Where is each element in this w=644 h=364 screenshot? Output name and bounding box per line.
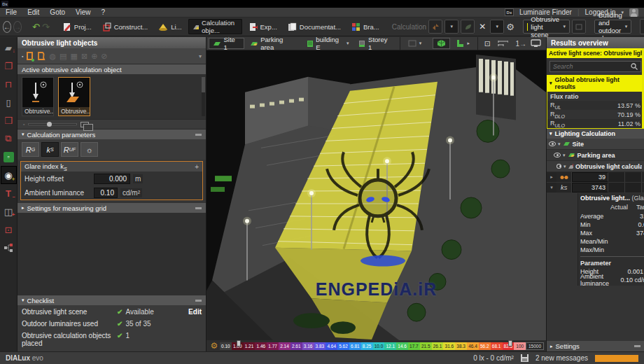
expand-caret-icon[interactable]: ▾: [558, 141, 561, 147]
surface-tool-button[interactable]: [640, 19, 644, 34]
mode-construction-button[interactable]: Construct...: [98, 19, 153, 34]
ks-button[interactable]: kS: [41, 142, 59, 157]
pin-icon[interactable]: [195, 207, 202, 209]
measuring-grid-header[interactable]: ▸ Settings for measuring grid: [18, 203, 206, 213]
cutout-icon[interactable]: ⧉: [1, 130, 17, 148]
calc-params-header[interactable]: ▾ Calculation parameters: [18, 130, 206, 139]
documentation-icon: [288, 22, 297, 31]
checklist-header[interactable]: ▾ Checklist: [18, 295, 206, 305]
thumb-scrollbar[interactable]: [202, 77, 205, 116]
scale-handle-min[interactable]: [237, 340, 241, 346]
text-annotation-icon[interactable]: T~: [1, 184, 17, 202]
tree-node-site[interactable]: ▾ Site: [547, 139, 644, 150]
size-slider-thumb[interactable]: [47, 122, 52, 127]
calculation-dropdown[interactable]: ▾: [444, 20, 458, 34]
undo-icon[interactable]: ↶: [32, 22, 40, 31]
flux-ratio-label: Flux ratio: [547, 92, 643, 101]
light-scene-select[interactable]: Obtrusive light scene ▾: [523, 20, 570, 34]
hierarchy-icon[interactable]: [1, 239, 17, 257]
height-offset-input[interactable]: 0.000: [94, 174, 130, 184]
settings-bar[interactable]: ▸ Settings: [547, 341, 644, 351]
extrusion-volume-icon[interactable]: ❒: [1, 111, 17, 130]
ambient-luminance-input[interactable]: 0.10: [94, 188, 118, 198]
mode-branding-button[interactable]: Bra...: [347, 19, 384, 34]
visibility-eye-icon[interactable]: [549, 141, 556, 146]
messages-link[interactable]: 2 new messages: [536, 354, 588, 362]
menu-edit[interactable]: Edit: [27, 8, 39, 16]
mode-project-button[interactable]: Proj...: [58, 19, 96, 34]
tree-node-parking[interactable]: ▾ Parking area: [547, 150, 644, 161]
scale-settings-gear-icon[interactable]: ⚙: [209, 341, 220, 351]
point-tool-icon[interactable]: ▪: [22, 54, 23, 59]
ruf-button[interactable]: RUF: [61, 142, 78, 157]
settings-gear-icon[interactable]: ⚙: [506, 22, 514, 31]
cancel-dropdown[interactable]: ▾: [490, 20, 504, 34]
lighting-calculation-header[interactable]: ▾ Lighting Calculation: [547, 129, 644, 139]
zoom-fit-icon[interactable]: ⊡: [484, 39, 491, 48]
viewport-3d[interactable]: Site 1 Parking area building E ▾ Storey …: [206, 37, 546, 351]
pin-icon[interactable]: [195, 134, 202, 136]
expand-caret-icon[interactable]: ▾: [563, 153, 566, 158]
subrow-39[interactable]: ▸ 39: [547, 172, 644, 183]
mode-export-button[interactable]: Exp...: [244, 19, 281, 34]
grid-tool-icon: ▦: [71, 52, 78, 61]
expand-caret-icon[interactable]: ▸: [547, 172, 556, 182]
mode-light-button[interactable]: Li...: [154, 19, 186, 34]
subrow-ks[interactable]: ▾ kS 3743: [547, 183, 644, 193]
search-input[interactable]: [553, 63, 631, 70]
back-button[interactable]: ←: [3, 21, 11, 33]
dimension-lines-icon[interactable]: [498, 40, 508, 47]
escape-sign-icon[interactable]: ▫: [1, 148, 17, 166]
calc-object-thumb-1[interactable]: Obtrusive...: [22, 77, 54, 116]
collapse-caret-icon[interactable]: ▾: [547, 183, 556, 192]
menu-goto[interactable]: Goto: [50, 8, 65, 16]
plan-caret-icon[interactable]: ▸: [467, 41, 470, 46]
rg-button[interactable]: RG: [22, 142, 39, 157]
door-icon[interactable]: ◫+: [1, 202, 17, 220]
scene-render[interactable]: ENGPEDiA.iR: [206, 50, 546, 340]
expand-plus-icon[interactable]: +: [195, 163, 199, 171]
mode-documentation-button[interactable]: Documentat...: [284, 19, 345, 34]
measure-distance-icon[interactable]: 1→: [515, 40, 526, 48]
display-settings-button[interactable]: [531, 39, 541, 48]
calculation-surface-icon[interactable]: ▰↓: [1, 38, 17, 57]
global-results-header[interactable]: ▾ Global obtrusive light results: [547, 75, 644, 92]
menu-view[interactable]: View: [76, 8, 91, 16]
mode-calculation-objects-button[interactable]: Calculation obje...: [188, 19, 242, 34]
tab-building-e[interactable]: building E ▾: [302, 38, 354, 49]
column-icon[interactable]: ▯: [1, 93, 17, 111]
planning-mode-select[interactable]: Building and outdoor pla... ▾: [594, 20, 631, 34]
expand-caret-icon[interactable]: ▾: [564, 164, 566, 169]
scale-segment: 8.25: [361, 342, 373, 350]
polygon-tool-icon[interactable]: [36, 51, 46, 61]
visibility-eye-icon[interactable]: [556, 164, 561, 169]
focus-point-icon[interactable]: ⊡: [1, 220, 17, 239]
view-eye-icon[interactable]: ◉✧: [1, 166, 17, 184]
results-search: [550, 61, 641, 72]
pin-icon[interactable]: [634, 345, 640, 347]
tab-site-1[interactable]: Site 1: [209, 38, 244, 49]
menu-file[interactable]: File: [6, 8, 17, 16]
tab-parking-area[interactable]: Parking area: [246, 38, 301, 49]
cancel-calculation-icon[interactable]: ✕: [479, 22, 486, 31]
tab-storey-1[interactable]: Storey 1: [354, 38, 396, 49]
scale-segment: 1.46: [255, 342, 267, 350]
rectangle-tool-icon[interactable]: [27, 52, 33, 60]
pin-icon[interactable]: [195, 300, 202, 302]
menu-help[interactable]: ?: [102, 8, 106, 16]
calc-object-thumb-2[interactable]: Obtrusive...: [58, 77, 90, 116]
edit-link[interactable]: Edit: [188, 308, 202, 316]
view-plan-button[interactable]: ▸: [451, 38, 474, 49]
scale-handle-max[interactable]: [508, 340, 512, 346]
size-slider-track[interactable]: [28, 123, 77, 125]
building-caret-icon[interactable]: ▾: [346, 41, 349, 46]
toolbar-more-caret-icon[interactable]: ▾: [199, 53, 202, 59]
visibility-eye-icon[interactable]: [554, 153, 561, 158]
autosave-disk-icon[interactable]: [521, 354, 528, 362]
user-avatar[interactable]: [629, 8, 638, 17]
view-3d-button[interactable]: [433, 38, 450, 49]
sun-button[interactable]: ☼: [80, 142, 98, 157]
furniture-icon[interactable]: ⊓: [1, 75, 17, 93]
room-icon[interactable]: ❐: [1, 57, 17, 75]
tree-node-obtrusive-surface[interactable]: ▾ Obtrusive light calculation sur...: [547, 161, 644, 172]
